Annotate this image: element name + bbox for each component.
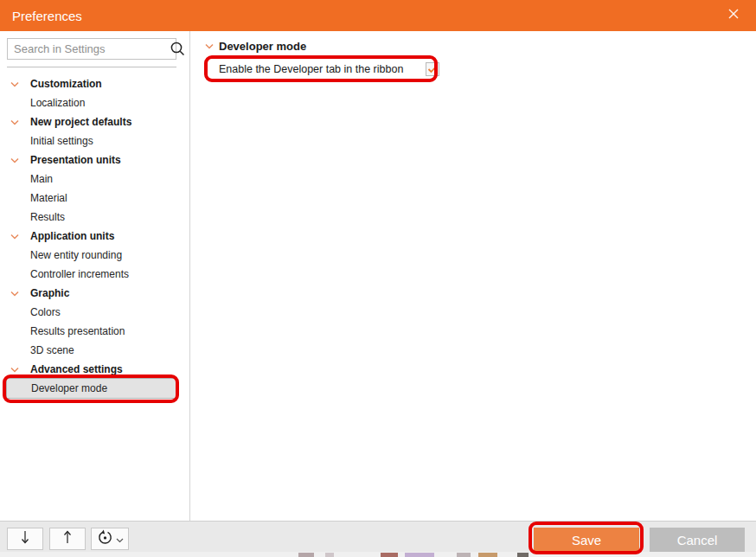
chevron-down-icon bbox=[10, 291, 19, 297]
sidebar-item-label: Material bbox=[30, 192, 67, 204]
background-window-fragment bbox=[478, 553, 497, 557]
sidebar-item-label: Developer mode bbox=[31, 382, 107, 394]
chevron-down-icon bbox=[10, 119, 19, 125]
sidebar-item-label: Localization bbox=[30, 97, 85, 109]
sidebar-item-label: Presentation units bbox=[30, 154, 121, 166]
background-window-fragment bbox=[381, 553, 398, 557]
sidebar-item-label: Graphic bbox=[30, 287, 69, 299]
search-input[interactable] bbox=[8, 40, 170, 58]
footer-bar: Save Cancel bbox=[0, 521, 756, 552]
background-window-fragment bbox=[517, 553, 529, 557]
window-title: Preferences bbox=[0, 9, 82, 23]
sidebar-item-label: Colors bbox=[30, 306, 61, 318]
sidebar-item-main[interactable]: Main bbox=[0, 170, 189, 189]
sidebar-item-label: Results presentation bbox=[30, 325, 125, 337]
sidebar-item-advanced-settings[interactable]: Advanced settings bbox=[0, 360, 189, 379]
move-up-button[interactable] bbox=[49, 528, 86, 550]
developer-tab-checkbox[interactable] bbox=[426, 62, 439, 76]
sidebar-item-presentation-units[interactable]: Presentation units bbox=[0, 150, 189, 170]
sidebar-item-material[interactable]: Material bbox=[0, 189, 189, 208]
checkbox-label: Enable the Developer tab in the ribbon bbox=[219, 63, 403, 75]
arrow-up-icon bbox=[61, 529, 74, 548]
sidebar-item-new-entity-rounding[interactable]: New entity rounding bbox=[0, 246, 189, 265]
cancel-button[interactable]: Cancel bbox=[650, 528, 745, 552]
section-title: Developer mode bbox=[219, 40, 306, 53]
sidebar-item-results[interactable]: Results bbox=[0, 208, 189, 227]
chevron-down-icon bbox=[10, 81, 19, 87]
chevron-down-icon bbox=[10, 367, 19, 373]
check-icon bbox=[427, 65, 438, 74]
sidebar-item-label: Advanced settings bbox=[30, 363, 123, 375]
titlebar: Preferences bbox=[0, 0, 756, 31]
background-window-fragment bbox=[405, 553, 434, 557]
save-button[interactable]: Save bbox=[534, 528, 639, 552]
sidebar-item-label: New project defaults bbox=[30, 116, 131, 128]
chevron-down-icon bbox=[116, 531, 124, 547]
search-box bbox=[7, 38, 176, 60]
sidebar-item-label: New entity rounding bbox=[30, 249, 122, 261]
sidebar-item-application-units[interactable]: Application units bbox=[0, 227, 189, 246]
arrow-down-icon bbox=[19, 529, 31, 548]
sidebar-item-colors[interactable]: Colors bbox=[0, 303, 189, 322]
settings-tree: CustomizationLocalizationNew project def… bbox=[0, 74, 189, 398]
sidebar-item-label: Main bbox=[30, 173, 53, 185]
sidebar-item-3d-scene[interactable]: 3D scene bbox=[0, 341, 189, 360]
sidebar-item-customization[interactable]: Customization bbox=[0, 74, 189, 93]
developer-tab-setting-row: Enable the Developer tab in the ribbon bbox=[219, 62, 439, 76]
sidebar-item-label: 3D scene bbox=[30, 344, 74, 356]
settings-panel: Developer mode Enable the Developer tab … bbox=[190, 31, 756, 521]
reset-defaults-button[interactable] bbox=[91, 528, 129, 550]
sidebar-item-label: Application units bbox=[30, 230, 114, 242]
sidebar-item-label: Customization bbox=[30, 78, 102, 90]
background-window-fragment bbox=[457, 553, 471, 557]
sidebar-item-controller-increments[interactable]: Controller increments bbox=[0, 265, 189, 284]
sidebar-item-results-presentation[interactable]: Results presentation bbox=[0, 322, 189, 341]
close-button[interactable] bbox=[716, 0, 751, 31]
sidebar-item-label: Results bbox=[30, 211, 65, 223]
move-down-button[interactable] bbox=[7, 528, 43, 550]
search-icon[interactable] bbox=[170, 39, 186, 59]
background-window-fragment bbox=[325, 553, 334, 557]
section-header[interactable]: Developer mode bbox=[205, 40, 306, 53]
chevron-down-icon bbox=[10, 234, 19, 240]
sidebar-item-label: Initial settings bbox=[30, 135, 93, 147]
sidebar-item-graphic[interactable]: Graphic bbox=[0, 284, 189, 303]
background-window-strip bbox=[0, 552, 756, 557]
sidebar-item-label: Controller increments bbox=[30, 268, 129, 280]
sidebar-item-developer-mode[interactable]: Developer mode bbox=[6, 378, 176, 399]
sidebar-item-initial-settings[interactable]: Initial settings bbox=[0, 131, 189, 150]
sidebar-item-localization[interactable]: Localization bbox=[0, 93, 189, 112]
chevron-down-icon bbox=[10, 157, 19, 163]
reset-icon bbox=[97, 529, 113, 549]
close-icon bbox=[727, 8, 740, 23]
settings-sidebar: CustomizationLocalizationNew project def… bbox=[0, 31, 190, 521]
chevron-down-icon bbox=[205, 43, 214, 49]
background-window-fragment bbox=[298, 553, 314, 557]
divider bbox=[7, 67, 176, 67]
sidebar-item-new-project-defaults[interactable]: New project defaults bbox=[0, 112, 189, 131]
preferences-dialog: Preferences CustomizationLocalizationNew… bbox=[0, 0, 756, 557]
